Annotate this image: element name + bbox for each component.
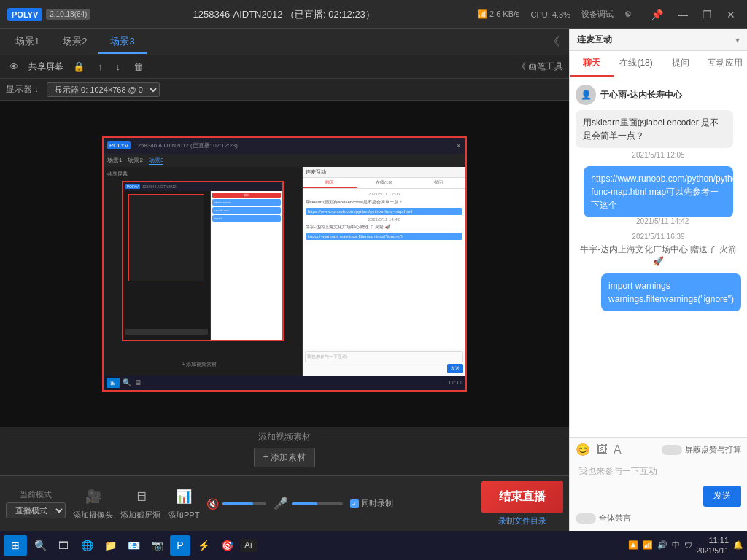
- up-icon[interactable]: ↑: [94, 60, 107, 74]
- add-screen-label: 添加截屏源: [120, 510, 160, 521]
- device-debug[interactable]: 设备调试: [581, 9, 614, 20]
- image-icon[interactable]: 🖼: [596, 443, 608, 456]
- pin-button[interactable]: 📌: [646, 7, 667, 22]
- mic-fill: [292, 502, 317, 505]
- nested-left: 共享屏幕 POLYV 1258346 AIDTN2012: [104, 167, 303, 376]
- sync-record-label: 同时录制: [361, 498, 393, 509]
- font-icon[interactable]: A: [614, 443, 622, 456]
- mic-control: 🎤: [274, 497, 343, 510]
- scene-tab-3[interactable]: 场景3: [98, 31, 146, 54]
- delete-icon[interactable]: 🗑: [130, 60, 147, 74]
- taskbar-app2-icon[interactable]: ⚡: [193, 535, 214, 556]
- taskbar-notification-icon[interactable]: 🔔: [733, 540, 743, 550]
- scene-tab-1[interactable]: 场景1: [4, 31, 51, 54]
- mode-label: 当前模式: [20, 489, 52, 500]
- add-screen-item[interactable]: 🖥 添加截屏源: [120, 486, 160, 521]
- end-live-group: 结束直播 录制文件目录: [481, 481, 563, 526]
- taskbar-mail-icon[interactable]: 📧: [123, 535, 144, 556]
- chat-bubble-2: https://www.runoob.com/python/python-fun…: [584, 166, 733, 217]
- mic-slider[interactable]: [292, 502, 343, 505]
- nested-online-tab: 在线(18): [357, 178, 411, 188]
- forbid-toggle[interactable]: [576, 513, 596, 524]
- live-id: 1258346-AIDTN2012: [193, 9, 283, 20]
- eye-icon[interactable]: 👁: [6, 60, 23, 74]
- add-ppt-item[interactable]: 📊 添加PPT: [168, 486, 199, 521]
- record-dir-button[interactable]: 录制文件目录: [498, 516, 546, 526]
- restore-button[interactable]: ❐: [698, 7, 716, 22]
- lock-icon[interactable]: 🔒: [69, 60, 88, 74]
- taskbar-search-icon[interactable]: 🔍: [30, 535, 50, 556]
- title-center: 1258346-AIDTN2012 （已直播: 02:12:23）: [105, 8, 462, 21]
- start-button[interactable]: ⊞: [4, 535, 27, 556]
- scene-tab-2[interactable]: 场景2: [51, 31, 98, 54]
- nested-messages: 2021/5/11 12:05 用sklearn里面的label encoder…: [303, 189, 465, 349]
- emoji-icon[interactable]: 😊: [576, 443, 590, 456]
- connect-dropdown[interactable]: ▾: [735, 35, 740, 45]
- add-video-line-left: [6, 437, 252, 438]
- add-material-button[interactable]: + 添加素材: [254, 448, 315, 467]
- deep-content: 聊天 label encoder runoob.com import: [123, 191, 283, 341]
- settings-icon[interactable]: ⚙: [624, 9, 632, 19]
- mic-icon[interactable]: 🎤: [274, 497, 288, 510]
- nested-input-area: 我也来参与一下互动 发送: [303, 349, 465, 376]
- add-camera-item[interactable]: 🎥 添加摄像头: [73, 486, 113, 521]
- scene-tabs: 场景1 场景2 场景3 《: [0, 29, 569, 55]
- deep-msg1: label encoder: [212, 199, 281, 206]
- collapse-button[interactable]: 《: [542, 34, 565, 50]
- display-select[interactable]: 显示器 0: 747×560 @ 0: [47, 82, 160, 97]
- nested-start: ⊞: [107, 378, 120, 388]
- nested-scene-tabs: 场景1 场景2 场景3: [104, 154, 465, 167]
- chat-gift-text: 牛宇-达内上海文化广场中心 赠送了 火箭 🚀: [576, 244, 741, 266]
- taskbar-taskview-icon[interactable]: 🗔: [53, 535, 74, 556]
- chat-bubble-1: 用sklearn里面的label encoder 是不是会简单一点？: [576, 110, 733, 148]
- send-button[interactable]: 发送: [703, 486, 741, 507]
- title-controls: 📌 — ❐ ✕: [646, 7, 740, 22]
- toolbar-right: 《 画笔工具: [517, 61, 563, 73]
- chat-message-2: https://www.runoob.com/python/python-fun…: [576, 166, 741, 225]
- ppt-icon: 📊: [172, 486, 196, 507]
- chat-message-3: 2021/5/11 16:39 牛宇-达内上海文化广场中心 赠送了 火箭 🚀: [576, 233, 741, 266]
- paint-tools-btn[interactable]: 《 画笔工具: [517, 61, 563, 73]
- network-speed: 📶 2.6 KB/s: [477, 9, 520, 19]
- chat-avatar-1: 👤: [576, 85, 596, 105]
- chat-tab-interact[interactable]: 互动应用: [703, 51, 747, 77]
- chat-tab-chat[interactable]: 聊天: [570, 51, 614, 77]
- nested-right: 连麦互动 聊天 在线(18) 提问 2021/5/11 12:05 用sklea…: [303, 167, 465, 376]
- taskbar: ⊞ 🔍 🗔 🌐 📁 📧 📷 P ⚡ 🎯 Ai 🔼 📶 🔊 中 🛡 11:11 2…: [0, 531, 747, 560]
- deep-chat-tab: 聊天: [212, 192, 281, 198]
- taskbar-clock: 11:11: [697, 535, 729, 545]
- nested-input: 我也来参与一下互动: [305, 351, 463, 362]
- chat-time-3: 2021/5/11 16:39: [576, 233, 741, 241]
- mute-icon[interactable]: 🔇: [206, 498, 219, 510]
- minimize-button[interactable]: —: [673, 7, 692, 22]
- taskbar-app1-icon[interactable]: 📷: [147, 535, 167, 556]
- deep-left: [123, 191, 211, 341]
- taskbar-time: 11:11 2021/5/11: [697, 535, 729, 555]
- chat-tabs: 聊天 在线(18) 提问 互动应用: [570, 51, 747, 77]
- taskbar-polyv-icon[interactable]: P: [170, 535, 190, 556]
- taskbar-app3-icon[interactable]: 🎯: [217, 535, 237, 556]
- record-checkbox[interactable]: ✓: [350, 499, 359, 508]
- taskbar-browser-icon[interactable]: 🌐: [77, 535, 97, 556]
- nested-add-material: + 添加视频素材 —: [182, 361, 223, 368]
- ai-badge: Ai: [240, 539, 257, 552]
- taskbar-explorer-icon[interactable]: 📁: [100, 535, 120, 556]
- add-video-row: 添加视频素材: [6, 431, 563, 443]
- down-icon[interactable]: ↓: [112, 60, 125, 74]
- chat-tab-qa[interactable]: 提问: [659, 51, 703, 77]
- deep-screen: [128, 194, 204, 281]
- close-button[interactable]: ✕: [722, 7, 740, 22]
- deep-msg2: runoob.com: [212, 207, 281, 214]
- chat-tab-online[interactable]: 在线(18): [614, 51, 659, 77]
- chat-input-area: 😊 🖼 A 屏蔽点赞与打算 我也来参与一下互动 发送 全体禁言: [570, 438, 747, 531]
- mode-select[interactable]: 直播模式: [6, 502, 66, 518]
- end-live-button[interactable]: 结束直播: [481, 481, 563, 513]
- deep-title: 1258346 AIDTN2012: [142, 184, 177, 189]
- bottom-controls: 添加视频素材 + 添加素材: [0, 427, 569, 475]
- volume-slider[interactable]: [222, 502, 266, 505]
- nested-send-btn: 发送: [447, 364, 463, 373]
- mute-toggle-switch[interactable]: [662, 445, 682, 455]
- title-bar: POLYV 2.10.18(64) 1258346-AIDTN2012 （已直播…: [0, 0, 747, 29]
- deep-nested: POLYV 1258346 AIDTN2012: [123, 182, 283, 341]
- camera-controls-row: 当前模式 直播模式 🎥 添加摄像头 🖥 添加截屏源 📊 添加PPT: [0, 475, 569, 531]
